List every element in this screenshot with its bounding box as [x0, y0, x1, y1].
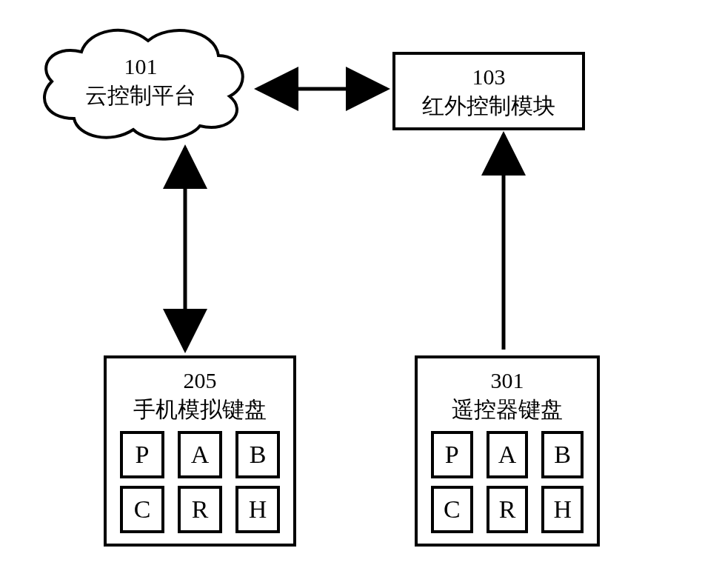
cloud-node: 101 云控制平台	[30, 15, 252, 148]
phone-keypad-label: 手机模拟键盘	[116, 395, 284, 424]
module-id: 103	[406, 62, 572, 91]
remote-keys-grid: P A B C R H	[427, 431, 588, 533]
remote-keypad-label: 遥控器键盘	[427, 395, 588, 424]
remote-keypad-node: 301 遥控器键盘 P A B C R H	[415, 355, 600, 547]
key-c[interactable]: C	[120, 486, 164, 533]
key-a[interactable]: A	[178, 431, 222, 478]
infrared-module-node: 103 红外控制模块	[392, 52, 585, 130]
cloud-label: 云控制平台	[30, 81, 252, 110]
phone-keypad-id: 205	[116, 366, 284, 395]
remote-keypad-id: 301	[427, 366, 588, 395]
key-r[interactable]: R	[178, 486, 222, 533]
key-h[interactable]: H	[235, 486, 280, 533]
phone-keys-grid: P A B C R H	[116, 431, 284, 533]
key-r[interactable]: R	[487, 486, 529, 533]
key-b[interactable]: B	[235, 431, 280, 478]
cloud-id: 101	[30, 52, 252, 81]
key-b[interactable]: B	[541, 431, 584, 478]
phone-keypad-node: 205 手机模拟键盘 P A B C R H	[104, 355, 296, 547]
key-p[interactable]: P	[120, 431, 164, 478]
key-p[interactable]: P	[431, 431, 473, 478]
module-label: 红外控制模块	[406, 91, 572, 120]
key-a[interactable]: A	[487, 431, 529, 478]
key-c[interactable]: C	[431, 486, 473, 533]
key-h[interactable]: H	[541, 486, 584, 533]
